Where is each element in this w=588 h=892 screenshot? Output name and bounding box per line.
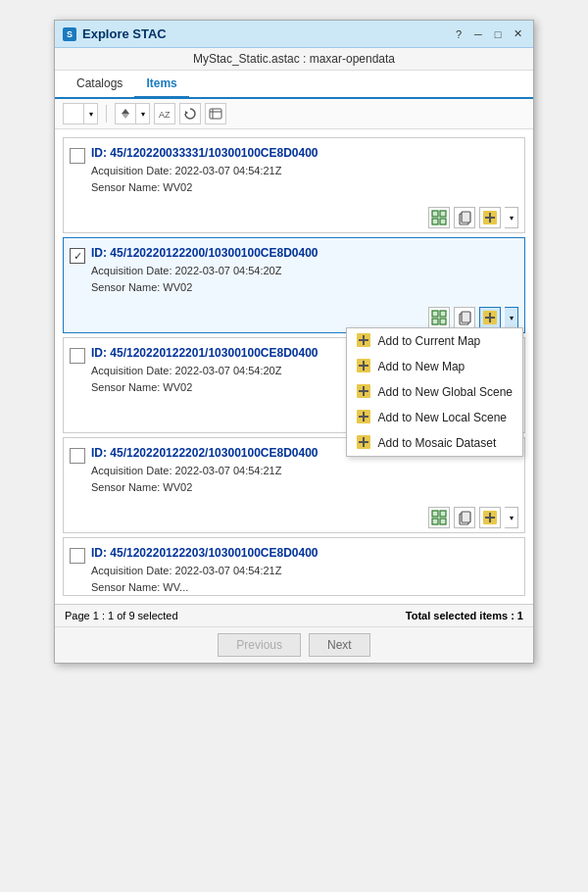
item-4-copy-button[interactable] — [454, 507, 475, 528]
svg-rect-18 — [432, 319, 438, 324]
item-2-copy-button[interactable] — [454, 307, 475, 328]
svg-rect-54 — [462, 512, 470, 522]
item-3-checkbox[interactable] — [70, 348, 85, 364]
item-1-acquisition: Acquisition Date: 2022-03-07 04:54:21Z — [91, 163, 516, 179]
sort-up-icon — [119, 107, 132, 121]
close-button[interactable]: ✕ — [510, 26, 525, 42]
add-new-global-scene-icon — [357, 384, 372, 400]
item-1-sensor: Sensor Name: WV02 — [91, 179, 516, 196]
add-new-map-icon — [357, 359, 372, 374]
help-button[interactable]: ? — [451, 26, 466, 42]
item-card: ID: 45/120220122203/10300100CE8D0400 Acq… — [63, 537, 525, 596]
svg-rect-52 — [440, 519, 446, 524]
refresh-icon — [183, 107, 197, 121]
status-bar: Page 1 : 1 of 9 selected Total selected … — [55, 604, 533, 626]
item-2-add-button[interactable] — [479, 307, 501, 328]
total-info: Total selected items : 1 — [406, 610, 523, 621]
menu-item-add-new-map[interactable]: Add to New Map — [347, 354, 522, 379]
app-icon: S — [63, 27, 76, 41]
menu-item-add-new-local-scene[interactable]: Add to New Local Scene — [347, 405, 522, 430]
item-card: ✓ ID: 45/120220122200/10300100CE8D0400 A… — [63, 237, 525, 333]
sort-dropdown-arrow[interactable]: ▾ — [136, 103, 150, 124]
checkmark-icon: ✓ — [74, 250, 82, 263]
item-4-acquisition: Acquisition Date: 2022-03-07 04:54:21Z — [91, 463, 516, 479]
svg-rect-21 — [462, 312, 470, 322]
item-2-view-button[interactable] — [428, 307, 450, 328]
svg-rect-49 — [432, 511, 438, 517]
window-title: Explore STAC — [82, 26, 167, 41]
toolbar: ▾ ▾ AZ — [55, 99, 533, 129]
item-4-add-dropdown-arrow[interactable]: ▾ — [505, 507, 518, 528]
grid-view-icon — [431, 310, 447, 325]
svg-marker-0 — [122, 109, 129, 114]
tab-catalogs[interactable]: Catalogs — [65, 71, 134, 99]
item-2-add-dropdown-arrow[interactable]: ▾ — [505, 307, 518, 328]
checkbox-group: ▾ — [63, 103, 98, 124]
item-2-acquisition: Acquisition Date: 2022-03-07 04:54:20Z — [91, 263, 516, 279]
menu-item-add-current-map[interactable]: Add to Current Map — [347, 328, 522, 354]
copy-icon — [457, 310, 472, 325]
copy-icon — [457, 210, 472, 225]
separator-1 — [106, 105, 107, 123]
item-1-add-dropdown-arrow[interactable]: ▾ — [505, 207, 518, 228]
item-card: ID: 45/120220033331/10300100CE8D0400 Acq… — [63, 137, 525, 233]
svg-rect-17 — [440, 311, 446, 317]
grid-view-icon — [431, 510, 447, 525]
subtitle-bar: MyStac_Static.astac : maxar-opendata — [55, 48, 533, 71]
minimize-button[interactable]: ─ — [470, 26, 486, 42]
item-2-checkbox[interactable]: ✓ — [70, 248, 85, 264]
maximize-button[interactable]: □ — [490, 26, 506, 42]
add-icon — [483, 511, 497, 524]
select-all-checkbox[interactable] — [63, 103, 84, 124]
export-button[interactable] — [205, 103, 226, 124]
previous-button[interactable]: Previous — [218, 633, 301, 657]
svg-rect-8 — [440, 211, 446, 217]
content-area[interactable]: ID: 45/120220033331/10300100CE8D0400 Acq… — [55, 129, 533, 604]
sort-alpha-button[interactable]: AZ — [154, 103, 175, 124]
item-4-checkbox[interactable] — [70, 448, 85, 464]
sort-alpha-icon: AZ — [158, 107, 172, 121]
add-new-local-scene-icon — [357, 410, 372, 425]
add-icon — [483, 211, 497, 224]
main-window: S Explore STAC ? ─ □ ✕ MyStac_Static.ast… — [54, 20, 534, 664]
item-2-inner: ID: 45/120220122200/10300100CE8D0400 Acq… — [64, 238, 524, 303]
item-4-actions: ▾ — [64, 503, 524, 532]
item-4-add-button[interactable] — [479, 507, 501, 528]
item-4-view-button[interactable] — [428, 507, 450, 528]
next-button[interactable]: Next — [309, 633, 370, 657]
item-1-actions: ▾ — [64, 203, 524, 232]
add-mosaic-dataset-icon — [357, 435, 372, 451]
item-4-sensor: Sensor Name: WV02 — [91, 479, 516, 496]
item-1-checkbox[interactable] — [70, 148, 85, 164]
tab-items[interactable]: Items — [134, 71, 188, 99]
item-2-title: ID: 45/120220122200/10300100CE8D0400 — [91, 246, 516, 260]
page-info: Page 1 : 1 of 9 selected — [65, 610, 178, 621]
menu-item-add-mosaic-dataset[interactable]: Add to Mosaic Dataset — [347, 430, 522, 456]
svg-rect-10 — [440, 219, 446, 224]
item-5-checkbox[interactable] — [70, 548, 85, 564]
svg-rect-7 — [432, 211, 438, 217]
sort-group: ▾ — [115, 103, 150, 124]
svg-rect-9 — [432, 219, 438, 224]
svg-rect-4 — [210, 109, 221, 119]
title-bar: S Explore STAC ? ─ □ ✕ — [55, 21, 533, 48]
item-1-title: ID: 45/120220033331/10300100CE8D0400 — [91, 146, 516, 160]
item-1-view-button[interactable] — [428, 207, 450, 228]
select-dropdown-arrow[interactable]: ▾ — [84, 103, 98, 124]
item-2-sensor: Sensor Name: WV02 — [91, 279, 516, 296]
menu-item-add-new-global-scene[interactable]: Add to New Global Scene — [347, 379, 522, 405]
item-1-copy-button[interactable] — [454, 207, 475, 228]
tabs-bar: Catalogs Items — [55, 71, 533, 99]
item-5-acquisition: Acquisition Date: 2022-03-07 04:54:21Z — [91, 563, 516, 579]
copy-icon — [457, 510, 472, 525]
svg-marker-1 — [122, 114, 129, 119]
add-current-map-icon — [357, 333, 372, 349]
sort-up-button[interactable] — [115, 103, 136, 124]
svg-rect-16 — [432, 311, 438, 317]
refresh-button[interactable] — [179, 103, 201, 124]
item-1-add-button[interactable] — [479, 207, 501, 228]
svg-rect-51 — [432, 519, 438, 524]
grid-view-icon — [431, 210, 447, 225]
svg-rect-12 — [462, 212, 470, 223]
subtitle-text: MyStac_Static.astac : maxar-opendata — [193, 52, 395, 66]
